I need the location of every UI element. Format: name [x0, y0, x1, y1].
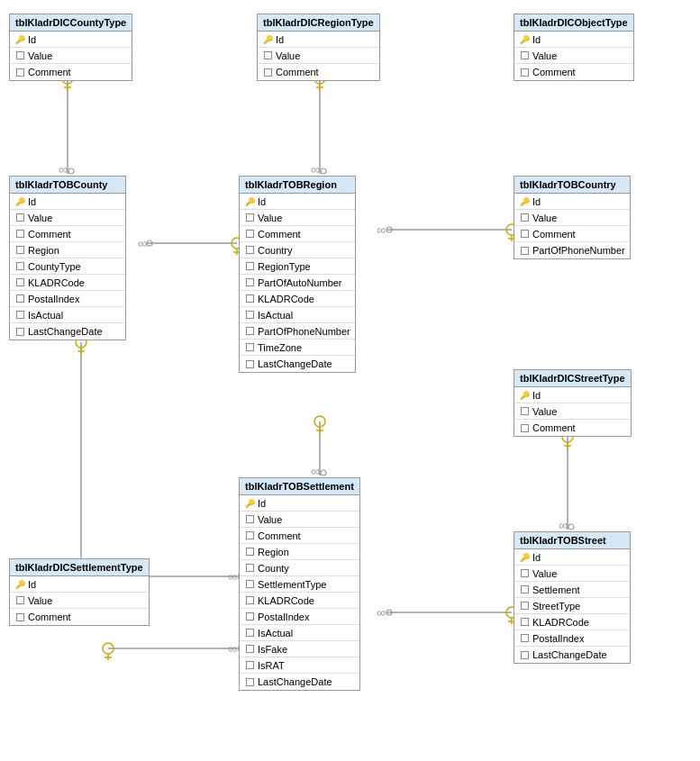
field-name: CountyType — [28, 261, 81, 272]
table-header-tblKladrDICCountyType: tblKladrDICCountyType — [10, 14, 132, 32]
field-name: Value — [532, 406, 557, 417]
key-icon: 🔑 — [14, 580, 26, 589]
field-name: LastChangeDate — [532, 649, 607, 660]
table-row: PostalIndex — [240, 609, 359, 625]
field-name: TimeZone — [258, 342, 302, 353]
table-row: County — [240, 560, 359, 576]
field-icon — [243, 213, 256, 222]
field-icon — [14, 68, 26, 77]
table-row: KLADRCode — [240, 593, 359, 609]
field-name: Comment — [532, 67, 576, 77]
table-header-tblKladrTOBRegion: tblKladrTOBRegion — [240, 177, 355, 194]
table-row: Value — [240, 512, 359, 528]
key-icon: 🔑 — [261, 35, 274, 44]
field-icon — [243, 294, 256, 303]
table-header-tblKladrTOBCountry: tblKladrTOBCountry — [514, 177, 630, 194]
table-row: Value — [240, 210, 355, 226]
field-name: KLADRCode — [532, 617, 589, 628]
field-icon — [14, 278, 26, 286]
table-tblKladrDICRegionType: tblKladrDICRegionType🔑IdValueComment — [257, 14, 380, 81]
table-tblKladrTOBCounty: tblKladrTOBCounty🔑IdValueCommentRegionCo… — [9, 176, 126, 340]
table-row: Value — [514, 48, 633, 64]
field-icon — [518, 634, 531, 642]
field-name: Comment — [28, 612, 71, 622]
table-row: Value — [514, 210, 630, 226]
field-name: IsFake — [258, 644, 287, 655]
table-row: KLADRCode — [240, 291, 355, 307]
svg-text:∞: ∞ — [311, 162, 320, 177]
field-name: Id — [28, 196, 36, 207]
field-name: Comment — [532, 229, 576, 240]
table-row: TimeZone — [240, 340, 355, 356]
field-name: KLADRCode — [28, 277, 85, 288]
svg-text:∞: ∞ — [311, 464, 320, 478]
table-tblKladrDICObjectType: tblKladrDICObjectType🔑IdValueComment — [514, 14, 634, 81]
field-icon — [243, 343, 256, 351]
field-icon — [243, 661, 256, 669]
table-row: 🔑Id — [514, 32, 633, 48]
table-row: Comment — [514, 420, 631, 436]
table-row: StreetType — [514, 598, 630, 614]
table-row: Comment — [514, 226, 630, 242]
table-row: 🔑Id — [240, 194, 355, 210]
field-icon — [243, 548, 256, 556]
table-header-tblKladrDICRegionType: tblKladrDICRegionType — [258, 14, 379, 32]
svg-point-20 — [386, 227, 392, 232]
field-icon — [518, 68, 531, 77]
field-name: Id — [532, 552, 541, 563]
field-icon — [518, 424, 531, 432]
field-name: Id — [258, 498, 266, 509]
field-icon — [14, 294, 26, 303]
field-icon — [243, 645, 256, 653]
table-row: LastChangeDate — [10, 323, 125, 340]
svg-point-14 — [147, 240, 152, 246]
field-icon — [518, 585, 531, 593]
field-icon — [14, 213, 26, 222]
table-row: IsFake — [240, 641, 359, 657]
table-row: 🔑Id — [10, 194, 125, 210]
field-name: KLADRCode — [258, 294, 314, 304]
field-name: Value — [258, 213, 282, 223]
table-header-tblKladrTOBCounty: tblKladrTOBCounty — [10, 177, 125, 194]
svg-point-35 — [321, 470, 326, 476]
table-tblKladrTOBStreet: tblKladrTOBStreet🔑IdValueSettlementStree… — [514, 531, 631, 664]
table-row: Comment — [514, 64, 633, 80]
field-name: Comment — [532, 422, 576, 433]
field-icon — [243, 580, 256, 588]
field-icon — [14, 246, 26, 254]
svg-point-29 — [568, 524, 574, 530]
table-row: Comment — [10, 609, 149, 625]
field-icon — [261, 51, 274, 59]
svg-point-11 — [321, 168, 326, 174]
field-name: Region — [258, 547, 289, 557]
svg-point-31 — [314, 416, 325, 427]
table-header-tblKladrDICStreetType: tblKladrDICStreetType — [514, 370, 631, 387]
field-name: Id — [532, 390, 541, 401]
field-name: Comment — [28, 67, 71, 77]
table-row: 🔑Id — [514, 194, 630, 210]
table-tblKladrDICCountyType: tblKladrDICCountyType🔑IdValueComment — [9, 14, 132, 81]
field-name: Country — [258, 245, 293, 256]
table-row: LastChangeDate — [514, 647, 630, 663]
field-icon — [243, 629, 256, 637]
table-row: 🔑Id — [10, 576, 149, 593]
field-name: Id — [276, 34, 284, 45]
diagram-container: ∞ ∞ ∞ ∞ ∞ ∞ — [0, 0, 700, 761]
key-icon: 🔑 — [518, 553, 531, 562]
table-row: 🔑Id — [258, 32, 379, 48]
field-name: Value — [532, 50, 557, 61]
field-icon — [243, 596, 256, 604]
field-name: RegionType — [258, 261, 311, 272]
field-name: LastChangeDate — [258, 676, 332, 687]
field-icon — [243, 262, 256, 270]
key-icon: 🔑 — [14, 35, 26, 44]
table-row: Value — [10, 210, 125, 226]
field-icon — [243, 678, 256, 686]
table-row: 🔑Id — [10, 32, 132, 48]
table-row: Comment — [10, 64, 132, 80]
field-name: PartOfPhoneNumber — [258, 326, 350, 337]
key-icon: 🔑 — [518, 35, 531, 44]
field-icon — [14, 596, 26, 604]
field-name: Comment — [28, 229, 71, 240]
field-icon — [518, 602, 531, 610]
